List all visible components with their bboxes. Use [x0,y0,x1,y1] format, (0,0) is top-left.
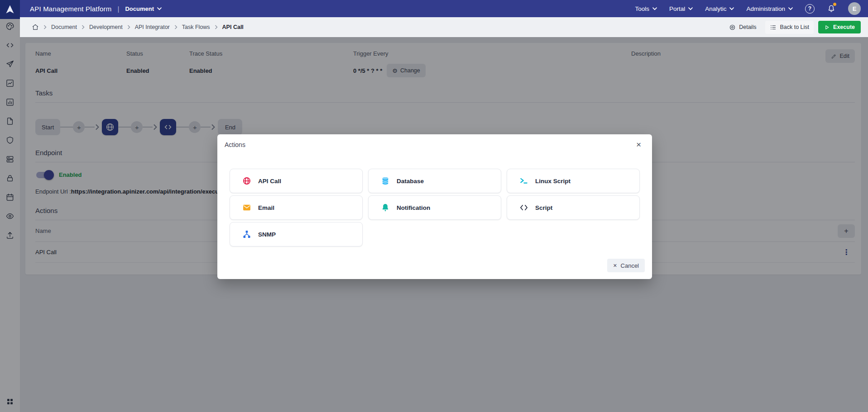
back-to-list-label: Back to List [780,24,809,30]
action-card-notification[interactable]: Notification [368,195,501,220]
nav-menu-administration[interactable]: Administration [746,5,793,12]
action-card-snmp[interactable]: SNMP [230,222,363,246]
notifications-bell-icon[interactable] [827,4,836,13]
email-icon [242,203,251,212]
help-icon[interactable]: ? [805,4,815,14]
actions-modal: Actions × API Call Database Linux Script… [217,134,652,279]
breadcrumb-item[interactable]: Task Flows [182,24,210,30]
breadcrumb-current: API Call [222,24,244,30]
action-card-label: Script [535,204,552,211]
app-title: API Management Platform [30,5,112,13]
user-avatar[interactable]: E [848,2,861,15]
back-to-list-button[interactable]: Back to List [765,21,814,34]
action-card-database[interactable]: Database [368,169,501,193]
action-card-label: Email [258,204,274,211]
breadcrumb-item[interactable]: Document [51,24,77,30]
nav-menu-label: Portal [669,5,685,12]
breadcrumb-separator [43,25,47,29]
context-menu-label: Document [125,5,154,12]
script-code-icon [519,203,528,212]
action-card-api-call[interactable]: API Call [230,169,363,193]
snmp-network-icon [242,230,251,239]
chevron-down-icon [688,7,693,10]
chevron-down-icon [788,7,793,10]
action-card-email[interactable]: Email [230,195,363,220]
nav-menu-label: Tools [635,5,649,12]
cancel-button[interactable]: × Cancel [607,259,645,272]
action-card-label: Database [397,178,424,185]
breadcrumb-separator [215,25,218,29]
close-icon: × [613,262,617,269]
chevron-down-icon [157,7,162,10]
database-icon [381,176,390,185]
details-label: Details [739,24,756,30]
breadcrumb-item[interactable]: Development [89,24,123,30]
chevron-down-icon [652,7,657,10]
app-logo[interactable] [0,0,20,19]
action-card-label: API Call [258,178,281,185]
nav-menu-analytic[interactable]: Analytic [705,5,734,12]
brand-divider: | [118,5,120,13]
nav-menu-label: Analytic [705,5,726,12]
execute-label: Execute [833,24,855,30]
action-card-label: Linux Script [535,178,571,185]
list-icon [770,24,777,31]
breadcrumb-separator [82,25,85,29]
home-icon[interactable] [32,24,39,31]
action-card-label: Notification [397,204,430,211]
details-button[interactable]: Details [724,21,761,34]
notification-badge-dot [833,3,836,6]
context-menu-document[interactable]: Document [125,5,162,12]
chevron-down-icon [729,7,734,10]
breadcrumb-separator [127,25,130,29]
linux-terminal-icon [519,176,528,185]
nav-menu-label: Administration [746,5,785,12]
action-card-script[interactable]: Script [507,195,640,220]
cancel-label: Cancel [621,262,639,269]
action-type-grid: API Call Database Linux Script Email Not… [230,169,640,246]
notification-bell-icon [381,203,390,212]
details-icon [729,24,736,31]
action-card-label: SNMP [258,231,276,238]
close-icon[interactable]: × [634,138,643,151]
nav-menu-portal[interactable]: Portal [669,5,693,12]
execute-button[interactable]: Execute [818,21,861,33]
top-navbar: API Management Platform | Document Tools… [0,0,868,17]
breadcrumb-separator [174,25,177,29]
modal-title: Actions [225,141,245,148]
nav-menu-tools[interactable]: Tools [635,5,657,12]
api-call-globe-icon [242,176,251,185]
breadcrumb-bar: Document Development API Integrator Task… [20,17,868,37]
action-card-linux-script[interactable]: Linux Script [507,169,640,193]
play-icon [824,24,830,30]
breadcrumb-item[interactable]: API Integrator [135,24,170,30]
